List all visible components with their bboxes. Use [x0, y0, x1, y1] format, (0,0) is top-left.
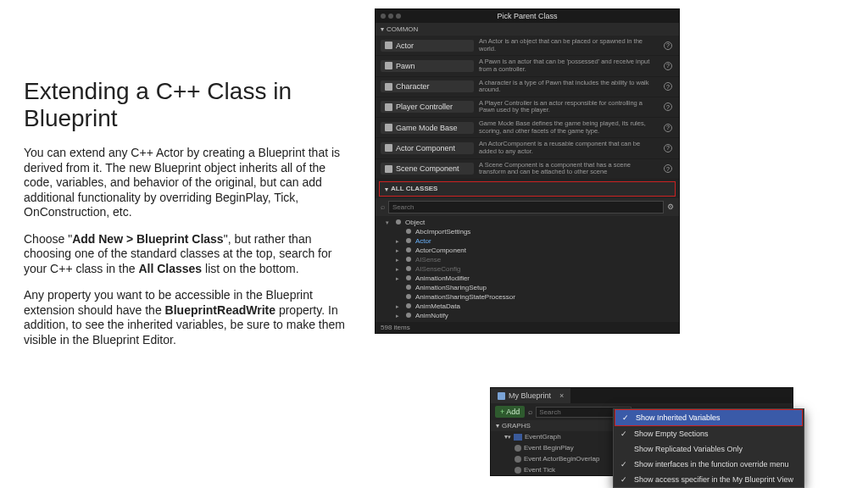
- tree-label: Object: [405, 219, 425, 226]
- expand-icon[interactable]: [396, 256, 404, 263]
- help-icon[interactable]: ?: [664, 42, 672, 50]
- text: list on the bottom.: [202, 262, 298, 275]
- tree-item[interactable]: AISenseConfig: [379, 264, 679, 274]
- close-icon[interactable]: ×: [559, 391, 564, 400]
- expand-icon[interactable]: [396, 302, 404, 310]
- class-row[interactable]: PawnA Pawn is an actor that can be 'poss…: [376, 56, 679, 76]
- class-name: Scene Component: [396, 164, 459, 173]
- context-menu-item[interactable]: Show Replicated Variables Only: [614, 441, 804, 457]
- tree-label: AbcImportSettings: [415, 228, 470, 236]
- all-classes-section-header[interactable]: ALL CLASSES: [379, 181, 676, 197]
- expand-icon[interactable]: [386, 219, 394, 226]
- tree-item[interactable]: AnimationSharingSetup: [379, 283, 679, 292]
- class-name: Character: [396, 82, 430, 91]
- context-menu-item[interactable]: Show access specifier in the My Blueprin…: [614, 472, 804, 487]
- class-button[interactable]: Character: [381, 80, 474, 92]
- event-icon: [515, 445, 521, 452]
- class-button[interactable]: Pawn: [381, 60, 474, 72]
- search-icon: ⌕: [381, 202, 385, 211]
- class-description: A Pawn is an actor that can be 'possesse…: [479, 58, 674, 73]
- class-name: Actor: [396, 42, 414, 50]
- tree-item[interactable]: AbcImportSettings: [379, 227, 679, 236]
- class-button[interactable]: Game Mode Base: [381, 122, 474, 134]
- tree-label: AnimationModifier: [415, 274, 470, 282]
- tree-item[interactable]: AnimNotify: [379, 311, 679, 320]
- window-title: Pick Parent Class: [376, 12, 679, 20]
- class-search-input[interactable]: [388, 201, 664, 214]
- tab-label: My Blueprint: [509, 391, 551, 400]
- tree-item[interactable]: AnimationModifier: [379, 274, 679, 283]
- class-icon: [385, 144, 392, 152]
- event-label: Event ActorBeginOverlap: [524, 455, 599, 463]
- help-icon[interactable]: ?: [664, 62, 672, 70]
- gear-icon[interactable]: ⚙: [667, 202, 674, 211]
- class-row[interactable]: Game Mode BaseGame Mode Base defines the…: [376, 118, 679, 138]
- class-button[interactable]: Scene Component: [381, 163, 474, 175]
- chevron-down-icon: [381, 25, 384, 33]
- help-icon[interactable]: ?: [664, 124, 672, 132]
- section-label: GRAPHS: [502, 422, 531, 430]
- paragraph-3: Any property you want to be accessible i…: [24, 288, 354, 347]
- expand-icon[interactable]: [396, 237, 404, 245]
- item-label: EventGraph: [525, 433, 561, 441]
- class-icon: [385, 165, 392, 173]
- graph-icon: [514, 434, 522, 441]
- add-button[interactable]: Add: [495, 406, 525, 418]
- class-name: Pawn: [396, 62, 415, 70]
- text-bold: Add New > Blueprint Class: [72, 232, 224, 246]
- class-tree: ObjectAbcImportSettingsActorActorCompone…: [376, 216, 679, 322]
- class-dot-icon: [406, 313, 411, 318]
- class-name: Player Controller: [396, 103, 453, 111]
- class-row[interactable]: Scene ComponentA Scene Component is a co…: [376, 159, 679, 180]
- window-titlebar: Pick Parent Class: [376, 9, 679, 23]
- tree-item[interactable]: ActorComponent: [379, 246, 679, 255]
- tab-strip: My Blueprint ×: [491, 388, 793, 403]
- expand-icon[interactable]: [396, 265, 404, 273]
- tree-item[interactable]: Object: [379, 218, 679, 227]
- chevron-down-icon: ▾: [504, 433, 511, 441]
- item-count: 598 items: [376, 322, 679, 333]
- event-label: Event Tick: [524, 466, 555, 474]
- section-label: COMMON: [387, 25, 418, 33]
- tree-item[interactable]: AnimMetaData: [379, 302, 679, 311]
- common-class-list: ActorAn Actor is an object that can be p…: [376, 36, 679, 180]
- search-icon: ⌕: [528, 408, 532, 416]
- page-title: Extending a C++ Class in Blueprint: [24, 78, 354, 132]
- chevron-down-icon: [496, 422, 499, 430]
- expand-icon[interactable]: [396, 247, 404, 254]
- tree-item[interactable]: AnimationSharingStateProcessor: [379, 292, 679, 302]
- class-button[interactable]: Actor: [381, 40, 474, 52]
- class-dot-icon: [406, 294, 411, 299]
- event-icon: [515, 467, 521, 474]
- class-dot-icon: [406, 303, 411, 308]
- class-row[interactable]: CharacterA character is a type of Pawn t…: [376, 77, 679, 97]
- class-dot-icon: [406, 275, 411, 280]
- context-menu-item[interactable]: Show interfaces in the function override…: [614, 457, 804, 472]
- tree-item[interactable]: Actor: [379, 236, 679, 246]
- class-dot-icon: [406, 238, 411, 243]
- tree-label: AnimMetaData: [415, 302, 460, 310]
- class-row[interactable]: Player ControllerA Player Controller is …: [376, 97, 679, 118]
- expand-icon[interactable]: [396, 274, 404, 282]
- class-name: Actor Component: [396, 144, 455, 152]
- class-button[interactable]: Player Controller: [381, 101, 474, 113]
- class-dot-icon: [406, 229, 411, 234]
- class-description: A character is a type of Pawn that inclu…: [479, 80, 674, 94]
- context-menu-item[interactable]: Show Inherited Variables: [615, 409, 803, 426]
- tree-item[interactable]: AISense: [379, 255, 679, 264]
- expand-icon[interactable]: [396, 312, 404, 319]
- text: Choose ": [24, 232, 72, 246]
- class-row[interactable]: Actor ComponentAn ActorComponent is a re…: [376, 138, 679, 158]
- chevron-down-icon: [385, 185, 388, 193]
- help-icon[interactable]: ?: [664, 144, 672, 152]
- tree-label: Actor: [415, 237, 431, 245]
- class-button[interactable]: Actor Component: [381, 142, 474, 154]
- class-description: An Actor is an object that can be placed…: [479, 38, 674, 53]
- tab-my-blueprint[interactable]: My Blueprint ×: [491, 388, 570, 403]
- class-row[interactable]: ActorAn Actor is an object that can be p…: [376, 36, 679, 56]
- class-name: Game Mode Base: [396, 124, 458, 132]
- pick-parent-class-dialog: Pick Parent Class COMMON ActorAn Actor i…: [375, 8, 680, 334]
- common-section-header[interactable]: COMMON: [376, 23, 679, 36]
- text-column: Extending a C++ Class in Blueprint You c…: [24, 78, 354, 359]
- context-menu-item[interactable]: Show Empty Sections: [614, 426, 804, 441]
